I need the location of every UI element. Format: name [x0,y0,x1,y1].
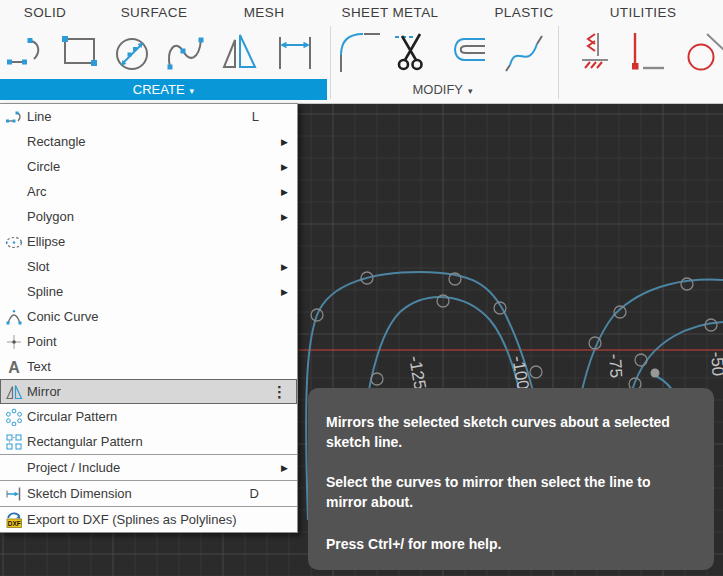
menu-item-line[interactable]: LineL [0,104,297,129]
modify-dropdown-button[interactable]: MODIFY▾ [327,79,558,100]
mirror-tool-button[interactable] [218,27,262,75]
dimension-tool-icon [273,27,317,75]
menu-item-shortcut: D [250,486,259,501]
rectangle-tool-button[interactable] [58,27,102,75]
tooltip-text: mirror about. [326,492,696,512]
submenu-arrow-icon: ▶ [281,212,288,222]
menu-item-sketch-dimension[interactable]: Sketch DimensionD [0,481,297,506]
svg-text:A: A [8,358,20,375]
submenu-arrow-icon: ▶ [281,262,288,272]
fusion-sketch-screen: -125-100-75-50 SOLID SURFACE MESH SHEET … [0,0,723,576]
line-icon [0,108,27,126]
menu-item-circular-pattern[interactable]: Circular Pattern [0,404,297,429]
tab-solid[interactable]: SOLID [24,5,67,20]
fillet-tool-button[interactable] [336,27,380,75]
caret-down-icon: ▾ [468,86,473,96]
point-icon [0,333,27,351]
mirror-tooltip: Mirrors the selected sketch curves about… [308,388,714,570]
menu-item-text[interactable]: AText [0,354,297,379]
circle-tool-icon [110,27,154,75]
offset-tool-button[interactable] [444,27,488,75]
line-tool-button[interactable] [4,27,48,75]
icon-placeholder [0,258,27,276]
create-dropdown-button[interactable]: CREATE▾ [0,79,327,100]
modify-label: MODIFY [412,82,463,97]
axis-tick-label: -50 [707,351,723,377]
menu-item-point[interactable]: Point [0,329,297,354]
menu-item-label: Export to DXF (Splines as Polylines) [27,512,237,527]
spline-tool-icon [163,27,207,75]
menu-item-spline[interactable]: Spline▶ [0,279,297,304]
menu-item-rectangular-pattern[interactable]: Rectangular Pattern [0,429,297,454]
menu-item-label: Circular Pattern [27,409,117,424]
menu-item-ellipse[interactable]: Ellipse [0,229,297,254]
menu-item-conic-curve[interactable]: Conic Curve [0,304,297,329]
workspace-tabs: SOLID SURFACE MESH SHEET METAL PLASTIC U… [0,0,723,25]
ribbon-group-row: CREATE▾ MODIFY▾ [0,79,723,100]
submenu-arrow-icon: ▶ [281,463,288,473]
tab-surface[interactable]: SURFACE [121,5,188,20]
icon-placeholder [0,459,27,477]
rectangular-pattern-icon [0,433,27,451]
menu-item-label: Arc [27,184,47,199]
tangent-constraint-icon [682,27,723,75]
menu-item-polygon[interactable]: Polygon▶ [0,204,297,229]
icon-placeholder [0,208,27,226]
menu-item-label: Mirror [27,384,61,399]
fix-constraint-button[interactable] [572,27,616,75]
caret-down-icon: ▾ [190,86,195,96]
trim-tool-button[interactable] [390,27,434,75]
menu-item-label: Project / Include [27,460,120,475]
vertical-horizontal-constraint-button[interactable] [622,27,666,75]
curve-tool-button[interactable] [502,27,546,75]
menu-item-label: Spline [27,284,63,299]
tangent-constraint-button[interactable] [682,27,723,75]
kebab-menu-icon[interactable]: ⋮ [272,384,287,399]
menu-item-label: Polygon [27,209,74,224]
conic-curve-icon [0,308,27,326]
circle-tool-button[interactable] [110,27,154,75]
tab-plastic[interactable]: PLASTIC [494,5,553,20]
menu-item-mirror[interactable]: Mirror⋮ [0,379,297,404]
menu-item-project-include[interactable]: Project / Include▶ [0,455,297,480]
axis-tick-label: -75 [605,353,626,379]
tool-icons-row [0,26,723,78]
spline-tool-button[interactable] [163,27,207,75]
mirror-tool-icon [218,27,262,75]
menu-item-label: Rectangular Pattern [27,434,143,449]
toolbar: SOLID SURFACE MESH SHEET METAL PLASTIC U… [0,0,723,104]
tooltip-text: Press Ctrl+/ for more help. [326,534,696,554]
icon-placeholder [0,283,27,301]
tooltip-text: Select the curves to mirror then select … [326,472,696,492]
menu-item-export-to-dxf-splines-as-polylines[interactable]: DXFExport to DXF (Splines as Polylines) [0,507,297,532]
dimension-tool-button[interactable] [273,27,317,75]
menu-item-slot[interactable]: Slot▶ [0,254,297,279]
submenu-arrow-icon: ▶ [281,162,288,172]
text-icon: A [0,358,27,376]
tab-utilities[interactable]: UTILITIES [610,5,677,20]
menu-item-circle[interactable]: Circle▶ [0,154,297,179]
trim-tool-icon [390,27,434,75]
create-menu: LineLRectangle▶Circle▶Arc▶Polygon▶Ellips… [0,103,298,533]
menu-item-label: Conic Curve [27,309,99,324]
sketch-point [651,369,660,378]
submenu-arrow-icon: ▶ [281,287,288,297]
menu-item-label: Line [27,109,52,124]
offset-tool-icon [444,27,488,75]
export-dxf-icon: DXF [0,511,27,529]
menu-item-label: Point [27,334,57,349]
vertical-horizontal-constraint-icon [622,27,666,75]
ellipse-icon [0,233,27,251]
menu-item-arc[interactable]: Arc▶ [0,179,297,204]
icon-placeholder [0,133,27,151]
circular-pattern-icon [0,408,27,426]
menu-item-label: Rectangle [27,134,86,149]
tab-sheet-metal[interactable]: SHEET METAL [342,5,439,20]
fillet-tool-icon [336,27,380,75]
line-tool-icon [4,27,48,75]
menu-item-rectangle[interactable]: Rectangle▶ [0,129,297,154]
menu-item-label: Text [27,359,51,374]
tab-mesh[interactable]: MESH [244,5,285,20]
menu-item-label: Slot [27,259,49,274]
create-label: CREATE [133,82,185,97]
